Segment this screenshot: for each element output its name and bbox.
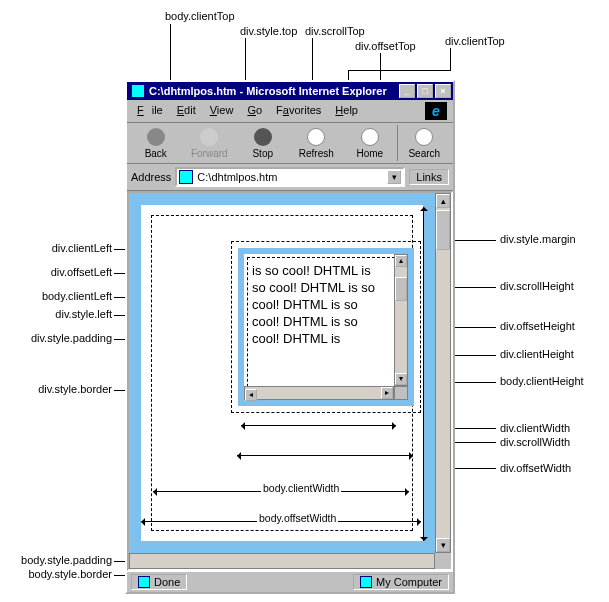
- titlebar: C:\dhtmlpos.htm - Microsoft Internet Exp…: [127, 82, 453, 100]
- address-value: C:\dhtmlpos.htm: [197, 171, 383, 183]
- status-zone: My Computer: [376, 576, 442, 588]
- search-button[interactable]: Search: [397, 125, 452, 161]
- label-div-offsetHeight: div.offsetHeight: [500, 320, 575, 333]
- ie-logo-icon: e: [425, 102, 447, 120]
- scroll-left-icon[interactable]: ◂: [245, 389, 257, 401]
- stop-label: Stop: [252, 148, 273, 159]
- menu-edit[interactable]: Edit: [173, 102, 200, 120]
- div-content: is so cool! DHTML is so cool! DHTML is s…: [252, 262, 386, 378]
- div-scroll-corner: [394, 386, 408, 400]
- home-icon: [361, 128, 379, 146]
- scroll-up-icon[interactable]: ▴: [395, 255, 407, 267]
- maximize-button[interactable]: □: [417, 84, 433, 98]
- links-panel[interactable]: Links: [409, 169, 449, 185]
- refresh-icon: [307, 128, 325, 146]
- label-body-clientHeight: body.clientHeight: [500, 375, 584, 388]
- label-div-offsetTop: div.offsetTop: [355, 40, 416, 53]
- document-icon: [179, 170, 193, 184]
- label-div-style-border: div.style.border: [18, 383, 112, 396]
- refresh-label: Refresh: [299, 148, 334, 159]
- div-horizontal-scrollbar[interactable]: ◂ ▸: [244, 386, 394, 400]
- forward-label: Forward: [191, 148, 228, 159]
- label-div-scrollWidth: div.scrollWidth: [500, 436, 570, 449]
- address-input[interactable]: C:\dhtmlpos.htm ▾: [175, 167, 405, 187]
- home-button[interactable]: Home: [343, 125, 397, 161]
- stop-icon: [254, 128, 272, 146]
- scroll-down-icon[interactable]: ▾: [436, 538, 450, 552]
- div-vertical-scrollbar[interactable]: ▴ ▾: [394, 254, 408, 386]
- label-div-scrollHeight: div.scrollHeight: [500, 280, 574, 293]
- viewport-horizontal-scrollbar[interactable]: [129, 553, 435, 569]
- document-icon: [131, 84, 145, 98]
- scroll-thumb[interactable]: [395, 277, 407, 301]
- scroll-thumb[interactable]: [436, 210, 450, 250]
- status-zone-panel: My Computer: [353, 574, 449, 590]
- label-div-style-left: div.style.left: [44, 308, 112, 321]
- window-title: C:\dhtmlpos.htm - Microsoft Internet Exp…: [149, 85, 395, 97]
- label-div-offsetWidth: div.offsetWidth: [500, 462, 571, 475]
- document-icon: [138, 576, 150, 588]
- menu-view[interactable]: View: [206, 102, 238, 120]
- window-buttons: _ □ ×: [399, 84, 451, 98]
- viewport-vertical-scrollbar[interactable]: ▴ ▾: [435, 193, 451, 553]
- minimize-button[interactable]: _: [399, 84, 415, 98]
- back-arrow-icon: [147, 128, 165, 146]
- scroll-down-icon[interactable]: ▾: [395, 373, 407, 385]
- div-margin-box: is so cool! DHTML is so cool! DHTML is s…: [231, 241, 421, 413]
- viewport-scroll-corner: [435, 553, 451, 569]
- back-label: Back: [145, 148, 167, 159]
- page-body: is so cool! DHTML is so cool! DHTML is s…: [129, 193, 435, 553]
- leader: [450, 48, 451, 70]
- arrow-body-clientHeight: [423, 207, 424, 541]
- arrow-div-offsetWidth: [237, 455, 413, 456]
- label-body-style-padding: body.style.padding: [0, 554, 112, 567]
- status-done-panel: Done: [131, 574, 187, 590]
- label-body-clientWidth-inline: body.clientWidth: [261, 482, 341, 494]
- menubar: File Edit View Go Favorites Help e: [127, 100, 453, 123]
- stop-button[interactable]: Stop: [236, 125, 290, 161]
- label-body-offsetWidth-inline: body.offsetWidth: [257, 512, 338, 524]
- menu-file[interactable]: File: [133, 102, 167, 120]
- home-label: Home: [356, 148, 383, 159]
- address-bar: Address C:\dhtmlpos.htm ▾ Links: [127, 164, 453, 191]
- div-border-box: is so cool! DHTML is so cool! DHTML is s…: [238, 248, 414, 406]
- label-body-clientLeft: body.clientLeft: [18, 290, 112, 303]
- label-body-clientTop: body.clientTop: [165, 10, 235, 23]
- forward-button[interactable]: Forward: [183, 125, 237, 161]
- label-div-scrollTop: div.scrollTop: [305, 25, 365, 38]
- close-button[interactable]: ×: [435, 84, 451, 98]
- scroll-up-icon[interactable]: ▴: [436, 194, 450, 208]
- statusbar: Done My Computer: [127, 571, 453, 592]
- back-button[interactable]: Back: [129, 125, 183, 161]
- menu-go[interactable]: Go: [243, 102, 266, 120]
- label-div-clientHeight: div.clientHeight: [500, 348, 574, 361]
- label-div-clientTop: div.clientTop: [445, 35, 505, 48]
- search-icon: [415, 128, 433, 146]
- computer-icon: [360, 576, 372, 588]
- label-div-style-margin: div.style.margin: [500, 233, 576, 246]
- menu-help[interactable]: Help: [331, 102, 362, 120]
- label-div-clientLeft: div.clientLeft: [32, 242, 112, 255]
- leader: [170, 24, 171, 80]
- search-label: Search: [408, 148, 440, 159]
- address-label: Address: [131, 171, 171, 183]
- address-dropdown[interactable]: ▾: [387, 170, 401, 184]
- menu-favorites[interactable]: Favorites: [272, 102, 325, 120]
- label-div-clientWidth: div.clientWidth: [500, 422, 570, 435]
- leader: [348, 70, 451, 71]
- arrow-div-client-scroll-width: [241, 425, 396, 426]
- label-div-offsetLeft: div.offsetLeft: [32, 266, 112, 279]
- label-body-style-border: body.style.border: [0, 568, 112, 581]
- label-div-style-padding: div.style.padding: [6, 332, 112, 345]
- refresh-button[interactable]: Refresh: [290, 125, 344, 161]
- viewport: is so cool! DHTML is so cool! DHTML is s…: [127, 191, 453, 571]
- toolbar: Back Forward Stop Refresh Home Search: [127, 123, 453, 164]
- forward-arrow-icon: [200, 128, 218, 146]
- scroll-right-icon[interactable]: ▸: [381, 387, 393, 399]
- status-done: Done: [154, 576, 180, 588]
- browser-window: C:\dhtmlpos.htm - Microsoft Internet Exp…: [125, 80, 455, 594]
- label-div-style-top: div.style.top: [240, 25, 297, 38]
